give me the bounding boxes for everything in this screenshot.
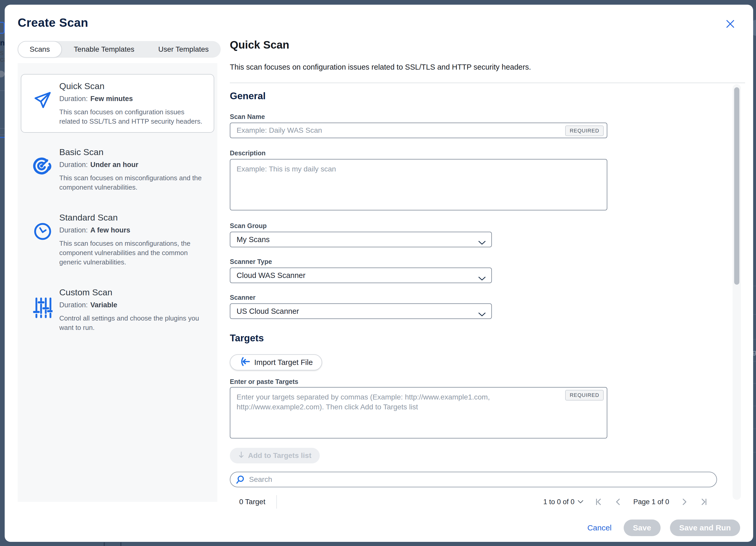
scan-type-duration: Duration:A few hours <box>59 226 207 234</box>
scan-type-duration: Duration:Variable <box>59 301 207 309</box>
page-indicator: Page 1 of 0 <box>633 498 669 506</box>
targets-search-wrap <box>230 472 717 487</box>
scan-type-body: Basic Scan Duration:Under an hour This s… <box>59 147 207 192</box>
duration-value: A few hours <box>90 226 131 234</box>
background-tick-fragment <box>120 542 121 546</box>
targets-search-input[interactable] <box>230 472 717 487</box>
background-icon-fragment <box>0 22 5 34</box>
modal-title: Create Scan <box>18 16 88 30</box>
radar-target-icon <box>33 156 53 192</box>
targets-field-wrap: REQUIRED <box>230 387 607 439</box>
scan-type-name: Quick Scan <box>59 81 207 91</box>
background-shape-fragment <box>0 71 5 77</box>
import-icon <box>239 356 250 369</box>
modal-footer: Cancel Save Save and Run <box>585 519 740 536</box>
rows-range-dropdown[interactable]: 1 to 0 of 0 <box>543 498 583 506</box>
duration-value: Under an hour <box>90 161 139 169</box>
first-page-icon[interactable] <box>594 497 603 506</box>
screen-backdrop: nr s ca g Create Scan Scans Tenable Temp… <box>0 0 756 546</box>
scrollbar-thumb[interactable] <box>734 87 739 285</box>
duration-label: Duration: <box>59 301 88 309</box>
tab-tenable-templates[interactable]: Tenable Templates <box>62 41 146 58</box>
arrow-down-icon <box>238 451 244 460</box>
scan-type-list: Quick Scan Duration:Few minutes This sca… <box>18 63 217 502</box>
close-button[interactable] <box>725 19 736 30</box>
next-page-icon[interactable] <box>680 497 689 506</box>
required-badge: REQUIRED <box>565 390 604 400</box>
scan-type-quick-scan[interactable]: Quick Scan Duration:Few minutes This sca… <box>21 74 214 133</box>
rows-range-label: 1 to 0 of 0 <box>543 498 575 506</box>
scan-type-body: Standard Scan Duration:A few hours This … <box>59 212 207 267</box>
search-icon <box>236 475 245 485</box>
tab-scans[interactable]: Scans <box>18 41 62 58</box>
scan-group-label: Scan Group <box>230 222 745 230</box>
scanner-value: US Cloud Scanner <box>237 307 299 315</box>
import-target-file-button[interactable]: Import Target File <box>230 354 322 370</box>
create-scan-modal: Create Scan Scans Tenable Templates User… <box>5 5 753 542</box>
close-icon <box>725 19 735 30</box>
scan-type-duration: Duration:Under an hour <box>59 161 207 169</box>
scan-name-field-wrap: REQUIRED <box>230 123 607 138</box>
duration-label: Duration: <box>59 226 88 234</box>
targets-count-group: 0 Target <box>230 495 277 509</box>
scan-type-description: This scan focuses on misconfigurations, … <box>59 239 205 267</box>
scan-name-label: Scan Name <box>230 113 745 121</box>
previous-page-icon[interactable] <box>614 497 623 506</box>
targets-section-heading: Targets <box>230 332 745 344</box>
scan-form: General Scan Name REQUIRED Description S… <box>230 83 745 502</box>
required-badge: REQUIRED <box>565 126 604 136</box>
targets-table-footer: 0 Target 1 to 0 of 0 <box>230 495 745 509</box>
template-tabs: Scans Tenable Templates User Templates <box>18 41 221 58</box>
scan-group-select[interactable]: My Scans <box>230 232 492 247</box>
add-to-targets-button[interactable]: Add to Targets list <box>230 448 320 463</box>
scan-group-value: My Scans <box>237 235 270 244</box>
chevron-down-icon <box>478 310 486 318</box>
scanner-type-select[interactable]: Cloud WAS Scanner <box>230 268 492 283</box>
cancel-button[interactable]: Cancel <box>585 523 614 532</box>
scan-type-name: Basic Scan <box>59 147 207 157</box>
scan-type-duration: Duration:Few minutes <box>59 95 207 103</box>
targets-textarea[interactable] <box>230 387 607 438</box>
tab-user-templates[interactable]: User Templates <box>146 41 221 58</box>
selected-scan-title: Quick Scan <box>230 38 289 51</box>
scanner-label: Scanner <box>230 293 745 301</box>
scan-name-input[interactable] <box>230 123 607 138</box>
targets-count: 0 Target <box>239 498 265 506</box>
scanner-type-label: Scanner Type <box>230 258 745 266</box>
save-button[interactable]: Save <box>624 519 661 536</box>
duration-label: Duration: <box>59 95 88 103</box>
chevron-down-icon <box>478 238 486 247</box>
pagination: 1 to 0 of 0 Page 1 of 0 <box>543 497 709 506</box>
sliders-icon <box>33 296 53 332</box>
duration-value: Variable <box>90 301 118 309</box>
scan-type-standard-scan[interactable]: Standard Scan Duration:A few hours This … <box>21 206 214 273</box>
scan-type-description: Control all settings and choose the plug… <box>59 313 205 332</box>
last-page-icon[interactable] <box>699 497 709 506</box>
background-line-fragment <box>0 128 5 129</box>
scan-type-description: This scan focuses on misconfigurations a… <box>59 173 205 192</box>
scan-type-body: Quick Scan Duration:Few minutes This sca… <box>59 81 207 126</box>
scan-type-body: Custom Scan Duration:Variable Control al… <box>59 287 207 332</box>
scan-form-scroll-area: General Scan Name REQUIRED Description S… <box>230 83 745 502</box>
scan-type-name: Custom Scan <box>59 287 207 297</box>
add-button-label: Add to Targets list <box>248 451 311 460</box>
background-line-fragment <box>0 137 5 138</box>
duration-label: Duration: <box>59 161 88 169</box>
description-textarea[interactable] <box>230 159 607 211</box>
description-field-wrap <box>230 159 607 212</box>
background-line-fragment <box>0 135 5 135</box>
scanner-type-value: Cloud WAS Scanner <box>237 271 305 280</box>
scan-type-custom-scan[interactable]: Custom Scan Duration:Variable Control al… <box>21 280 214 339</box>
scan-type-basic-scan[interactable]: Basic Scan Duration:Under an hour This s… <box>21 140 214 199</box>
background-line-fragment <box>0 90 5 91</box>
scan-type-name: Standard Scan <box>59 212 207 223</box>
scrollbar-track[interactable] <box>733 84 741 500</box>
save-and-run-button[interactable]: Save and Run <box>670 519 740 536</box>
scanner-select[interactable]: US Cloud Scanner <box>230 303 492 319</box>
description-label: Description <box>230 149 745 157</box>
scan-type-description: This scan focuses on configuration issue… <box>59 107 205 126</box>
chevron-down-icon <box>478 274 486 282</box>
paper-plane-icon <box>33 90 53 126</box>
divider <box>276 495 277 509</box>
background-tick-fragment <box>104 542 105 546</box>
